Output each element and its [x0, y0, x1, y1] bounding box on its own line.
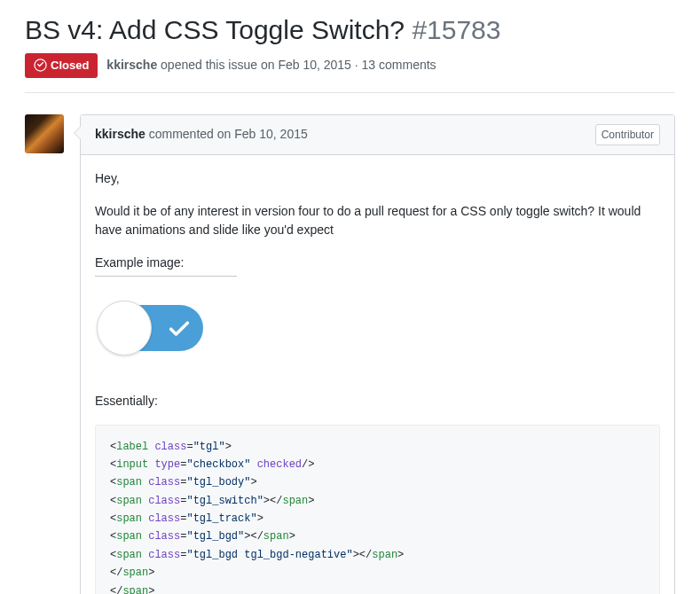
- issue-author-link[interactable]: kkirsche: [106, 58, 157, 72]
- comment-body: Hey, Would it be of any interest in vers…: [81, 155, 674, 595]
- toggle-knob: [97, 301, 152, 356]
- issue-opened-text: opened this issue: [161, 58, 257, 72]
- comment-date: on Feb 10, 2015: [217, 127, 308, 141]
- comment-author-link[interactable]: kkirsche: [95, 127, 146, 141]
- comment-container: kkirsche commented on Feb 10, 2015 Contr…: [80, 114, 675, 595]
- contributor-badge: Contributor: [595, 124, 660, 145]
- example-image-label: Example image:: [95, 254, 660, 285]
- comment-greeting: Hey,: [95, 169, 660, 188]
- essentially-label: Essentially:: [95, 392, 660, 410]
- closed-icon: [34, 59, 47, 72]
- issue-number: #15783: [412, 15, 500, 44]
- issue-date: on Feb 10, 2015: [261, 58, 351, 72]
- issue-title: BS v4: Add CSS Toggle Switch? #15783: [25, 14, 675, 46]
- comment-paragraph: Would it be of any interest in version f…: [95, 202, 660, 239]
- issue-meta-row: Closed kkirsche opened this issue on Feb…: [25, 53, 675, 93]
- code-block: <label class="tgl"> <input type="checkbo…: [95, 425, 660, 595]
- toggle-example-image: [95, 300, 210, 356]
- example-label-text: Example image:: [95, 254, 237, 277]
- avatar[interactable]: [25, 114, 64, 153]
- timeline: kkirsche commented on Feb 10, 2015 Contr…: [25, 114, 675, 595]
- state-label: Closed: [51, 57, 89, 74]
- checkmark-icon: [167, 316, 192, 340]
- comment-header-left: kkirsche commented on Feb 10, 2015: [95, 125, 308, 144]
- state-badge-closed: Closed: [25, 53, 98, 78]
- comment-action: commented: [149, 127, 214, 141]
- issue-header: BS v4: Add CSS Toggle Switch? #15783 Clo…: [25, 14, 675, 93]
- issue-meta-text: kkirsche opened this issue on Feb 10, 20…: [106, 56, 436, 74]
- issue-comments-count: · 13 comments: [355, 58, 437, 72]
- issue-title-text: BS v4: Add CSS Toggle Switch?: [25, 15, 405, 44]
- comment-header: kkirsche commented on Feb 10, 2015 Contr…: [81, 115, 674, 155]
